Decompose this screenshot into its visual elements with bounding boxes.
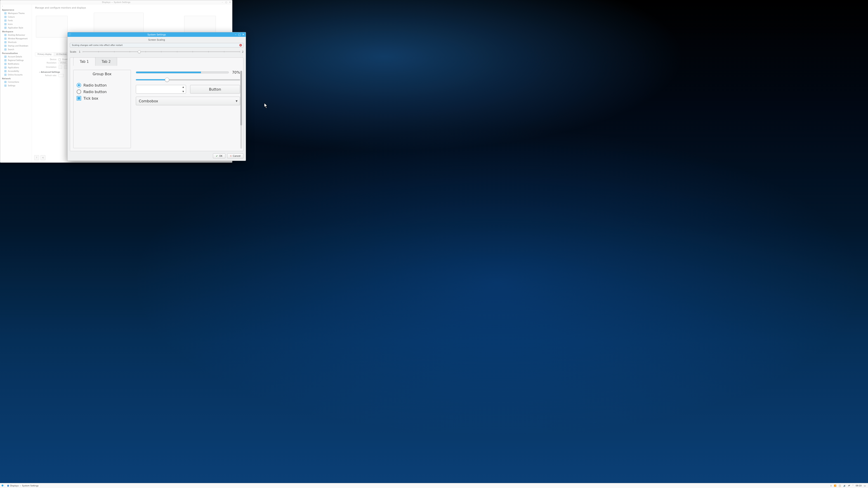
system-tray[interactable]: ᛒ 📶 📋 🔊 🗲 ˄ 09:10 ▭ <box>828 485 868 487</box>
svg-rect-1 <box>7 485 9 487</box>
scroll-thumb[interactable] <box>240 71 242 125</box>
device-label: Device: <box>35 59 57 61</box>
sidebar-item-account[interactable]: Account Details <box>0 55 32 59</box>
refresh-select[interactable] <box>59 74 64 77</box>
sidebar-item-window-mgmt[interactable]: Window Management <box>0 37 32 40</box>
cancel-icon: ⦸ <box>230 155 231 157</box>
screen-scaling-dialog: System Settings – ▢ ✕ Screen Scaling Sca… <box>67 32 246 161</box>
widget-preview: Tab 1 Tab 2 Group Box Radio button Radio… <box>70 57 243 151</box>
dialog-close[interactable]: ✕ <box>242 33 245 36</box>
preview-tab-1[interactable]: Tab 1 <box>73 57 95 66</box>
dialog-maximize[interactable]: ▢ <box>238 33 241 36</box>
sidebar-item-app-style[interactable]: Application Style <box>0 26 32 30</box>
sidebar-item-colours[interactable]: Colours <box>0 15 32 19</box>
orientation-normal[interactable] <box>59 65 62 69</box>
scale-max: 2 <box>242 51 243 53</box>
bluetooth-icon[interactable]: ᛒ <box>831 485 832 487</box>
preview-progressbar <box>136 71 229 73</box>
sidebar-item-connections[interactable]: Connections <box>0 80 32 84</box>
scale-slider[interactable] <box>83 50 240 53</box>
sidebar-item-workspace-theme[interactable]: Workspace Theme <box>0 11 32 15</box>
restart-notice-text: Scaling changes will come into effect af… <box>72 44 123 46</box>
sidebar-item-fonts[interactable]: Fonts <box>0 19 32 22</box>
preview-scrollbar[interactable] <box>240 71 242 149</box>
sidebar-item-desktop-behaviour[interactable]: Desktop Behaviour <box>0 33 32 37</box>
dialog-title: System Settings <box>68 33 246 36</box>
preview-combobox[interactable]: Combobox ▼ <box>136 97 240 105</box>
radio-on-icon <box>76 83 81 88</box>
radio-off-icon <box>76 90 81 94</box>
main-window-title: Displays — System Settings <box>0 1 232 3</box>
check-icon: ✔ <box>216 155 218 157</box>
preview-slider[interactable] <box>136 78 240 82</box>
sidebar-item-applications[interactable]: Applications <box>0 66 32 69</box>
groupbox-title: Group Box <box>73 72 131 76</box>
preview-radio-1[interactable]: Radio button <box>76 83 127 88</box>
sidebar-back[interactable]: ‹ <box>0 4 32 8</box>
dialog-footer: ✔OK ⦸Cancel <box>68 151 246 161</box>
dialog-titlebar[interactable]: System Settings – ▢ ✕ <box>68 32 246 37</box>
notice-close-icon[interactable]: ✕ <box>239 44 242 46</box>
sidebar-item-regional[interactable]: Regional Settings <box>0 59 32 62</box>
sidebar-item-settings[interactable]: Settings <box>0 84 32 88</box>
show-desktop-icon[interactable]: ▭ <box>864 485 866 487</box>
sidebar-cat-appearance: Appearance <box>0 8 32 11</box>
clock[interactable]: 09:10 <box>856 485 862 487</box>
enabled-checkbox[interactable] <box>59 59 61 61</box>
maximize-button[interactable]: ▢ <box>225 1 227 3</box>
sidebar-cat-personalisation: Personalisation <box>0 51 32 55</box>
orientation-label: Orientation: <box>35 66 57 68</box>
battery-icon[interactable]: 🗲 <box>848 485 850 487</box>
spin-down-icon[interactable]: ▼ <box>182 90 185 93</box>
sidebar-cat-workspace: Workspace <box>0 30 32 33</box>
minimize-button[interactable]: – <box>221 1 223 3</box>
scale-label: Scale: <box>70 51 76 53</box>
restart-notice: Scaling changes will come into effect af… <box>70 43 243 47</box>
monitor-1[interactable] <box>36 16 68 37</box>
display-tab-primary[interactable]: Primary display <box>35 53 54 56</box>
sidebar-item-search[interactable]: Search <box>0 48 32 51</box>
app-launcher-icon[interactable] <box>1 484 4 487</box>
sidebar-item-startup[interactable]: Startup and Shutdown <box>0 44 32 48</box>
sidebar-item-shortcuts[interactable]: Shortcuts <box>0 40 32 44</box>
resolution-label: Resolution: <box>35 62 57 64</box>
sidebar-item-notifications[interactable]: Notifications <box>0 62 32 66</box>
window-icon <box>7 485 9 487</box>
close-button[interactable]: ✕ <box>229 1 231 3</box>
preview-slider-handle[interactable] <box>165 78 169 82</box>
orientation-left[interactable] <box>64 65 68 69</box>
preview-spinbox[interactable]: ▲ ▼ <box>136 85 186 94</box>
dialog-subtitle: Screen Scaling <box>70 39 243 41</box>
scale-min: 1 <box>79 51 80 53</box>
defaults-button[interactable]: ⟲ <box>40 155 45 160</box>
network-icon[interactable]: 📶 <box>834 485 836 487</box>
chevron-down-icon: ▼ <box>236 100 238 103</box>
checkbox-icon <box>76 96 81 101</box>
settings-sidebar[interactable]: ‹ Appearance Workspace Theme Colours Fon… <box>0 4 32 162</box>
volume-icon[interactable]: 🔊 <box>843 485 846 487</box>
ok-button[interactable]: ✔OK <box>213 153 225 158</box>
refresh-label: Refresh rate: <box>35 74 57 76</box>
main-titlebar[interactable]: Displays — System Settings – ▢ ✕ <box>0 0 232 4</box>
scale-slider-handle[interactable] <box>138 51 141 53</box>
tray-expand-icon[interactable]: ˄ <box>852 485 854 487</box>
dialog-minimize[interactable]: – <box>235 33 237 36</box>
help-button[interactable]: ? <box>34 155 39 160</box>
page-heading: Manage and configure monitors and displa… <box>35 6 229 9</box>
plasma-taskbar[interactable]: Displays — System Settings ᛒ 📶 📋 🔊 🗲 ˄ 0… <box>0 483 868 488</box>
progress-percent-label: 70% <box>232 70 240 74</box>
taskbar-entry-system-settings[interactable]: Displays — System Settings <box>5 485 41 487</box>
sidebar-item-icons[interactable]: Icons <box>0 22 32 26</box>
sidebar-item-online-accounts[interactable]: Online Accounts <box>0 73 32 76</box>
cancel-button[interactable]: ⦸Cancel <box>227 153 243 158</box>
display-tabs[interactable]: Primary display LG Electron... <box>35 53 71 56</box>
preview-radio-2[interactable]: Radio button <box>76 90 127 94</box>
clipboard-icon[interactable]: 📋 <box>839 485 841 487</box>
sidebar-item-accessibility[interactable]: Accessibility <box>0 69 32 73</box>
sidebar-cat-network: Network <box>0 76 32 80</box>
preview-checkbox[interactable]: Tick box <box>76 96 127 101</box>
preview-button[interactable]: Button <box>190 85 240 94</box>
preview-tab-2[interactable]: Tab 2 <box>95 57 117 66</box>
svg-point-0 <box>2 484 3 486</box>
spin-up-icon[interactable]: ▲ <box>182 86 185 88</box>
